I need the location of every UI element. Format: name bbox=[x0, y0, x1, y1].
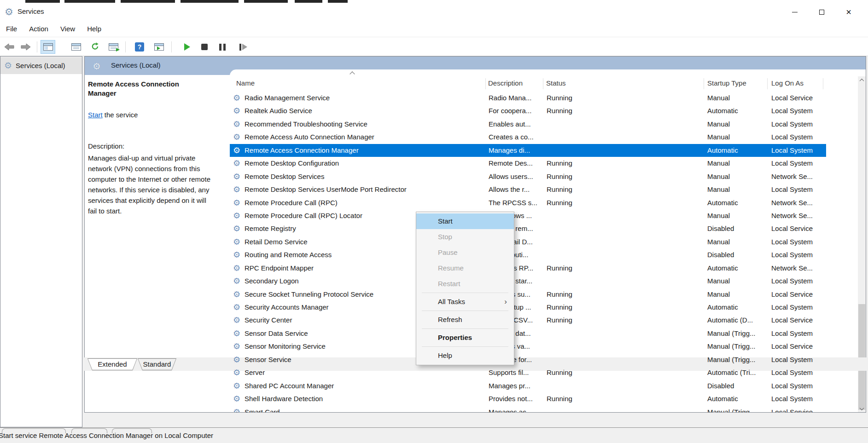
column-header-name[interactable]: Name bbox=[236, 79, 255, 87]
cell-startup-type: Automatic (Tri... bbox=[707, 366, 766, 379]
column-header-status[interactable]: Status bbox=[546, 79, 566, 87]
tab-standard[interactable]: Standard bbox=[138, 358, 176, 370]
cell-startup-type: Automatic bbox=[707, 301, 766, 314]
service-gear-icon: ⚙ bbox=[233, 288, 240, 301]
cell-description: Enables aut... bbox=[489, 118, 543, 131]
table-row[interactable]: ⚙ Secondary Logon Enables star... Manual… bbox=[230, 275, 866, 288]
close-button[interactable]: × bbox=[835, 3, 862, 21]
table-row[interactable]: ⚙ Remote Desktop Configuration Remote De… bbox=[230, 157, 866, 170]
table-row[interactable]: ⚙ Remote Procedure Call (RPC) Locator In… bbox=[230, 209, 866, 222]
cell-startup-type: Automatic bbox=[707, 144, 766, 157]
refresh-button[interactable] bbox=[87, 40, 102, 54]
cell-name: Radio Management Service bbox=[245, 92, 475, 104]
column-separator[interactable] bbox=[485, 78, 486, 89]
sort-ascending-icon bbox=[350, 71, 355, 76]
table-row[interactable]: ⚙ Sensor Monitoring Service Monitors va.… bbox=[230, 340, 866, 353]
status-bar-text: Start service Remote Access Connection M… bbox=[0, 431, 213, 439]
properties-icon bbox=[71, 43, 81, 51]
table-row[interactable]: ⚙ Routing and Remote Access Offers routi… bbox=[230, 248, 866, 261]
cell-log-on-as: Local System bbox=[771, 248, 826, 261]
table-row[interactable]: ⚙ Sensor Data Service Delivers dat... Ma… bbox=[230, 327, 866, 340]
column-header-description[interactable]: Description bbox=[488, 79, 523, 87]
context-menu-item-refresh[interactable]: Refresh bbox=[416, 312, 514, 328]
table-row[interactable]: ⚙ Secure Socket Tunneling Protocol Servi… bbox=[230, 288, 866, 301]
column-separator[interactable] bbox=[823, 78, 823, 89]
table-row[interactable]: ⚙ Security Accounts Manager The startup … bbox=[230, 301, 866, 314]
cell-description: Allows the r... bbox=[489, 183, 543, 196]
column-header-startup-type[interactable]: Startup Type bbox=[707, 79, 746, 87]
service-gear-icon: ⚙ bbox=[233, 183, 240, 196]
back-button[interactable] bbox=[2, 40, 17, 54]
services-header-icon: ⚙ bbox=[93, 61, 101, 72]
column-separator[interactable] bbox=[704, 78, 704, 89]
context-menu-item-all-tasks[interactable]: All Tasks bbox=[416, 294, 514, 310]
cell-log-on-as: Local Service bbox=[771, 222, 826, 235]
properties-button[interactable] bbox=[69, 40, 83, 54]
table-row[interactable]: ⚙ Retail Demo Service The Retail D... Ma… bbox=[230, 236, 866, 248]
context-menu-item-properties[interactable]: Properties bbox=[416, 330, 514, 345]
scroll-down-button[interactable] bbox=[858, 405, 866, 413]
menu-action[interactable]: Action bbox=[23, 21, 54, 37]
cell-status: Running bbox=[547, 196, 593, 209]
cell-name: Recommended Troubleshooting Service bbox=[245, 118, 475, 131]
cell-status bbox=[547, 353, 593, 366]
show-console-tree-button[interactable] bbox=[41, 40, 55, 54]
help-button[interactable]: ? bbox=[132, 40, 147, 54]
table-row[interactable]: ⚙ Remote Procedure Call (RPC) The RPCSS … bbox=[230, 196, 866, 209]
scroll-up-button[interactable] bbox=[858, 76, 866, 84]
export-list-button[interactable] bbox=[106, 40, 121, 54]
cell-status: Running bbox=[547, 288, 593, 301]
service-gear-icon: ⚙ bbox=[233, 248, 240, 261]
restart-service-button[interactable] bbox=[236, 40, 250, 54]
table-row[interactable]: ⚙ Remote Desktop Services UserMode Port … bbox=[230, 183, 866, 196]
cell-status bbox=[547, 236, 593, 248]
cell-status bbox=[547, 380, 593, 392]
stop-service-button[interactable] bbox=[197, 40, 212, 54]
table-row[interactable]: ⚙ Shell Hardware Detection Provides not.… bbox=[230, 392, 866, 405]
tree-item-services-local[interactable]: ⚙ Services (Local) bbox=[0, 57, 82, 74]
table-row[interactable]: ⚙ Remote Access Auto Connection Manager … bbox=[230, 131, 866, 144]
table-row[interactable]: ⚙ Recommended Troubleshooting Service En… bbox=[230, 118, 866, 131]
minimize-button[interactable] bbox=[781, 3, 808, 21]
show-action-pane-button[interactable] bbox=[151, 40, 166, 54]
pause-service-button[interactable] bbox=[215, 40, 230, 54]
start-service-button[interactable] bbox=[180, 40, 194, 54]
maximize-button[interactable] bbox=[808, 3, 835, 21]
context-menu-item-start[interactable]: Start bbox=[416, 213, 514, 229]
cell-description: The RPCSS s... bbox=[489, 196, 543, 209]
tab-standard-label: Standard bbox=[138, 358, 176, 370]
context-menu-item-help[interactable]: Help bbox=[416, 348, 514, 363]
scrollbar-thumb[interactable] bbox=[858, 304, 865, 410]
table-row[interactable]: ⚙ Shared PC Account Manager Manages pr..… bbox=[230, 380, 866, 392]
description-text: Manages dial-up and virtual private netw… bbox=[88, 153, 211, 216]
table-row[interactable]: ⚙ RPC Endpoint Mapper Resolves RP... Run… bbox=[230, 262, 866, 275]
cell-description: Allows users... bbox=[489, 170, 543, 183]
column-separator[interactable] bbox=[767, 78, 768, 89]
stop-service-icon bbox=[201, 44, 208, 50]
console-tree-panel: ⚙ Services (Local) bbox=[0, 56, 82, 427]
cell-status: Running bbox=[547, 157, 593, 170]
cell-description: Supports fil... bbox=[489, 366, 543, 379]
table-row[interactable]: ⚙ Remote Registry Enables rem... Disable… bbox=[230, 222, 866, 235]
table-row[interactable]: ⚙ Realtek Audio Service For coopera... R… bbox=[230, 104, 866, 117]
column-separator[interactable] bbox=[543, 78, 543, 89]
table-row[interactable]: ⚙ Radio Management Service Radio Mana...… bbox=[230, 92, 866, 104]
forward-button[interactable] bbox=[18, 40, 33, 54]
menu-view[interactable]: View bbox=[54, 21, 81, 37]
cell-name: Shell Hardware Detection bbox=[245, 392, 475, 405]
column-header-log-on-as[interactable]: Log On As bbox=[771, 79, 804, 87]
table-row[interactable]: ⚙ Security Center The WSCSV... Running A… bbox=[230, 314, 866, 327]
table-row[interactable]: ⚙ Remote Access Connection Manager Manag… bbox=[230, 144, 866, 157]
cell-status bbox=[547, 144, 593, 157]
pane-header-title: Services (Local) bbox=[111, 61, 161, 69]
menu-file[interactable]: File bbox=[0, 21, 23, 37]
cell-log-on-as: Local System bbox=[771, 118, 826, 131]
table-row[interactable]: ⚙ Smart Card Manages ac... Manual (Trigg… bbox=[230, 406, 866, 413]
start-service-link[interactable]: Start bbox=[88, 111, 103, 119]
cell-name: Remote Procedure Call (RPC) bbox=[245, 196, 475, 209]
cell-log-on-as: Local System bbox=[771, 275, 826, 288]
tab-extended[interactable]: Extended bbox=[87, 358, 137, 370]
cell-status: Running bbox=[547, 366, 593, 379]
table-row[interactable]: ⚙ Remote Desktop Services Allows users..… bbox=[230, 170, 866, 183]
menu-help[interactable]: Help bbox=[81, 21, 107, 37]
